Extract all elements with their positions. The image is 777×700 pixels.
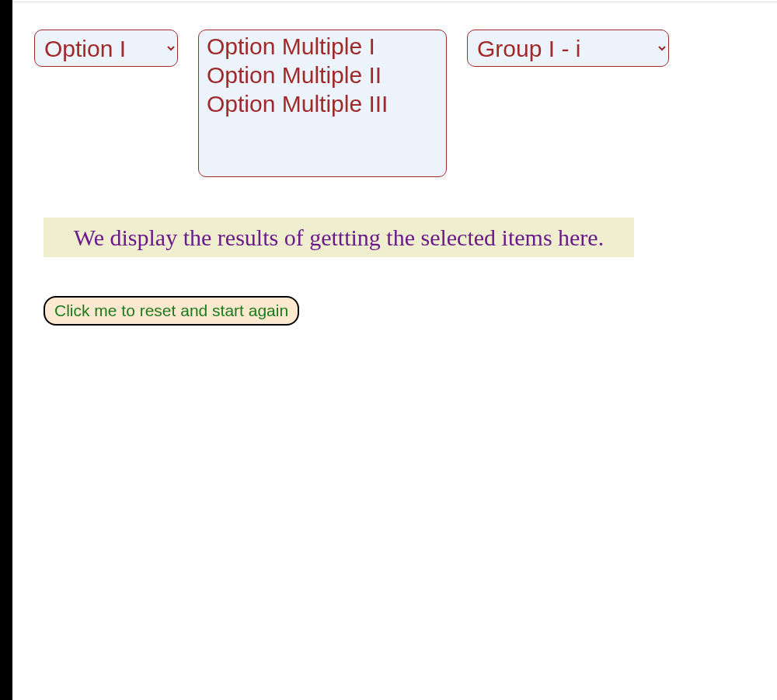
results-display: We display the results of gettting the s… — [44, 218, 634, 257]
multiple-select-option[interactable]: Option Multiple III — [205, 91, 440, 120]
selects-row: Option I Option Multiple I Option Multip… — [34, 30, 777, 177]
multiple-select-option[interactable]: Option Multiple I — [205, 33, 440, 62]
main-content: Option I Option Multiple I Option Multip… — [12, 0, 777, 326]
grouped-select[interactable]: Group I - i — [467, 30, 669, 67]
reset-button[interactable]: Click me to reset and start again — [44, 296, 299, 326]
single-select[interactable]: Option I — [34, 30, 178, 67]
left-edge-bar — [0, 0, 12, 700]
multiple-select-option[interactable]: Option Multiple II — [205, 62, 440, 91]
multiple-select[interactable]: Option Multiple I Option Multiple II Opt… — [198, 30, 447, 177]
